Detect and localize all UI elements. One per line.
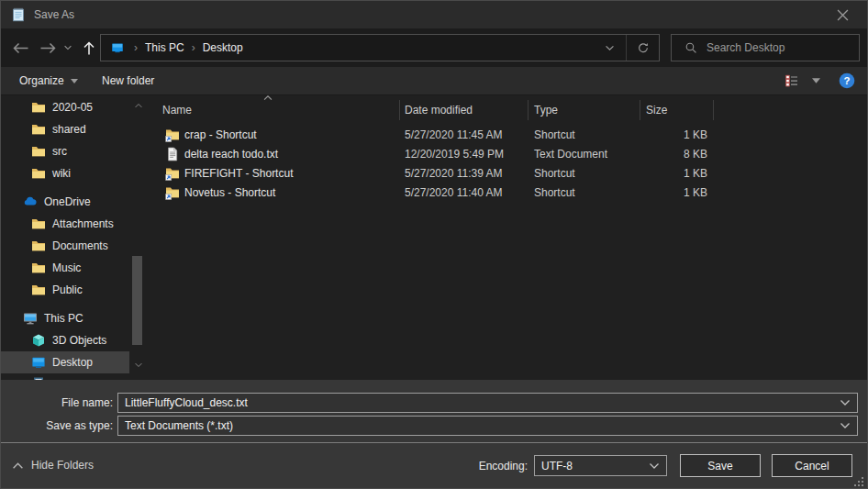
file-name-value: LittleFluffyCloud_desc.txt [125,396,248,409]
file-type: Shortcut [529,186,640,199]
new-folder-button[interactable]: New folder [95,67,161,94]
search-box[interactable]: Search Desktop [671,34,860,61]
hide-folders-button[interactable]: Hide Folders [12,459,94,472]
save-as-type-label: Save as type: [1,419,117,432]
file-date-modified: 5/27/2020 11:39 AM [400,167,529,180]
chevron-up-icon [12,461,24,470]
sidebar-item-wiki[interactable]: wiki [1,162,129,184]
chevron-down-icon[interactable] [649,462,660,470]
cancel-button[interactable]: Cancel [772,454,852,477]
sidebar-item-partial[interactable] [1,373,129,380]
breadcrumb-this-pc[interactable]: This PC [145,41,184,54]
column-label: Type [534,104,558,117]
chevron-down-icon[interactable] [840,399,851,406]
column-label: Size [646,104,667,117]
sidebar-item-documents[interactable]: Documents [1,235,129,257]
file-name-input[interactable]: LittleFluffyCloud_desc.txt [117,393,858,413]
this-pc-icon [23,311,38,326]
file-date-modified: 12/20/2019 5:49 PM [400,148,529,161]
column-label: Name [162,104,192,117]
file-name-cell: FIREFIGHT - Shortcut [148,166,400,181]
hide-folders-label: Hide Folders [31,459,94,472]
new-folder-label: New folder [102,74,154,87]
sidebar-scroll-up[interactable] [131,99,145,112]
file-row[interactable]: Novetus - Shortcut5/27/2020 11:40 AMShor… [148,183,867,202]
file-type: Text Document [529,148,640,161]
close-icon [837,9,849,21]
folder-icon [31,261,46,275]
window-title: Save As [34,8,74,21]
sidebar-item-onedrive[interactable]: OneDrive [1,191,129,213]
file-type: Shortcut [529,167,640,180]
save-as-type-select[interactable]: Text Documents (*.txt) [117,416,858,436]
sidebar-item-src[interactable]: src [1,140,129,162]
recent-locations-button[interactable] [60,37,76,59]
this-pc-icon [108,41,127,54]
back-button[interactable] [8,37,32,59]
address-bar[interactable]: › This PC › Desktop [100,34,660,61]
breadcrumb-desktop[interactable]: Desktop [203,41,243,54]
sidebar-item-label: Desktop [52,356,93,369]
column-header-type[interactable]: Type [529,100,640,120]
3d-cube-icon [31,333,46,348]
view-dropdown-button[interactable] [805,67,827,94]
file-name: FIREFIGHT - Shortcut [184,167,293,180]
sidebar-scrollbar-thumb[interactable] [132,256,142,345]
sidebar-item-label: shared [52,123,86,136]
up-button[interactable] [77,37,101,59]
folder-icon [31,100,46,115]
forward-button[interactable] [36,37,60,59]
breadcrumb-separator: › [134,41,138,54]
column-header-size[interactable]: Size [640,100,714,120]
back-arrow-icon [12,41,29,55]
sidebar-item-label: Attachments [52,217,114,230]
file-name: delta reach todo.txt [184,148,278,161]
sort-ascending-icon [262,95,273,101]
sidebar-item-this-pc[interactable]: This PC [1,307,129,329]
caret-down-icon [71,79,78,83]
sidebar-item-music[interactable]: Music [1,257,129,279]
column-header-name[interactable]: Name [148,100,400,120]
file-row[interactable]: delta reach todo.txt12/20/2019 5:49 PMTe… [148,144,867,163]
sidebar-item-public[interactable]: Public [1,279,129,301]
file-size: 1 KB [640,128,714,141]
sidebar-item-attachments[interactable]: Attachments [1,213,129,235]
folder-shortcut-icon [165,128,180,142]
file-name-cell: Novetus - Shortcut [148,185,400,200]
refresh-button[interactable] [626,35,659,61]
organize-button[interactable]: Organize [12,67,85,94]
column-header-date-modified[interactable]: Date modified [400,100,529,120]
file-date-modified: 5/27/2020 11:45 AM [400,128,529,141]
folder-icon [31,239,46,253]
folder-icon [31,283,46,297]
encoding-label: Encoding: [479,455,528,476]
footer-bar: Hide Folders Encoding: UTF-8 Save Cancel [1,442,867,489]
file-row[interactable]: FIREFIGHT - Shortcut5/27/2020 11:39 AMSh… [148,163,867,183]
encoding-select[interactable]: UTF-8 [534,455,667,476]
sidebar-item-2020-05[interactable]: 2020-05 [1,96,129,118]
navigation-bar: › This PC › Desktop Search Desktop [1,28,867,67]
chevron-down-icon[interactable] [840,422,851,429]
breadcrumb-separator: › [192,41,195,54]
sidebar-item-label: OneDrive [44,195,91,208]
sidebar-item-desktop[interactable]: Desktop [1,351,129,373]
resize-grip-icon[interactable] [853,476,864,487]
view-details-button[interactable] [779,67,805,94]
file-name: Novetus - Shortcut [184,186,275,199]
help-button[interactable]: ? [827,67,867,94]
sidebar-scroll-down[interactable] [131,359,145,372]
search-icon [684,41,697,54]
close-button[interactable] [827,1,858,28]
save-button[interactable]: Save [680,454,761,477]
details-view-icon [785,73,799,88]
chevron-down-icon [605,45,615,51]
encoding-value: UTF-8 [541,460,573,472]
folder-shortcut-icon [165,166,180,181]
sidebar-item-shared[interactable]: shared [1,118,129,140]
file-name-label: File name: [1,396,117,409]
address-dropdown-button[interactable] [594,35,626,61]
file-size: 1 KB [640,167,714,180]
file-row[interactable]: crap - Shortcut5/27/2020 11:45 AMShortcu… [148,125,867,144]
main-area: 2020-05sharedsrcwikiOneDriveAttachmentsD… [1,95,867,380]
sidebar-item-3d-objects[interactable]: 3D Objects [1,329,129,351]
